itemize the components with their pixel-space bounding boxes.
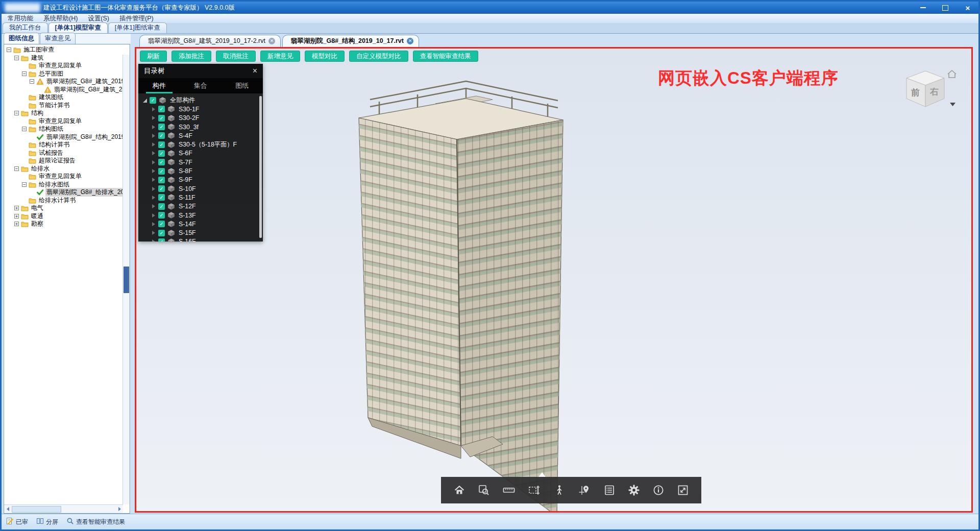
tree-item[interactable]: 翡翠湖别院_G8#_结构_2019_10_17.r	[5, 133, 122, 141]
triangle-right-icon[interactable]	[152, 239, 155, 242]
fullscreen-icon[interactable]	[677, 484, 689, 496]
triangle-right-icon[interactable]	[152, 160, 155, 164]
catalog-item[interactable]: ✓S-12F	[138, 202, 263, 211]
tab-close-icon[interactable]: ✕	[268, 38, 275, 44]
section-icon[interactable]	[528, 484, 541, 496]
catalog-item[interactable]: ✓S-16F	[138, 237, 263, 242]
catalog-item[interactable]: ✓S-6F	[138, 149, 263, 158]
catalog-item[interactable]: ✓S-7F	[138, 158, 263, 166]
tree-item[interactable]: 建筑图纸	[5, 93, 122, 102]
catalog-item[interactable]: ✓S-4F	[138, 131, 263, 140]
viewer-toolbar-button-2[interactable]: 取消批注	[216, 51, 256, 62]
expand-icon[interactable]: +	[14, 214, 19, 219]
tree-item[interactable]: 审查意见回复单	[5, 62, 122, 70]
tree-item[interactable]: 节能计算书	[5, 102, 122, 110]
catalog-item[interactable]: ✓S30-5（5-18平面）F	[138, 140, 263, 149]
workspace-tab-1[interactable]: [单体1]模型审查	[48, 22, 108, 33]
maximize-button[interactable]	[938, 3, 953, 12]
status-item-2[interactable]: 查看智能审查结果	[66, 517, 125, 526]
catalog-item[interactable]: ✓S-13F	[138, 211, 263, 220]
tree-item[interactable]: −结构	[5, 109, 122, 117]
navigation-cube[interactable]: 前 右	[894, 67, 960, 112]
tree-vertical-scrollbar[interactable]	[122, 55, 130, 504]
workspace-tab-0[interactable]: 我的工作台	[3, 22, 48, 33]
triangle-right-icon[interactable]	[152, 125, 155, 129]
tree-item[interactable]: !翡翠湖别院_G8#_建筑_2019_10_1	[5, 86, 122, 94]
minimize-button[interactable]	[915, 3, 930, 12]
tree-item[interactable]: −总平面图	[5, 70, 122, 78]
checkbox-checked[interactable]: ✓	[158, 238, 165, 242]
tree-item[interactable]: 给排水计算书	[5, 197, 122, 205]
tree-item[interactable]: 翡翠湖别院_G8#_给排水_2019_10_17	[5, 188, 122, 197]
checkbox-checked[interactable]: ✓	[158, 141, 165, 148]
catalog-item[interactable]: ✓S-8F	[138, 166, 263, 175]
triangle-right-icon[interactable]	[152, 134, 155, 138]
collapse-icon[interactable]: −	[22, 71, 27, 76]
catalog-item[interactable]: ✓S-11F	[138, 193, 263, 202]
building-3d-model[interactable]	[308, 68, 583, 513]
viewer-toolbar-button-5[interactable]: 自定义模型对比	[349, 51, 408, 62]
settings-icon[interactable]	[628, 484, 640, 496]
catalog-item[interactable]: ✓S30_3f	[138, 123, 263, 131]
triangle-right-icon[interactable]	[152, 142, 155, 147]
document-tab-0[interactable]: 翡翠湖别院_G8#_建筑_2019_10_17-2.rvt✕	[139, 35, 281, 47]
walk-icon[interactable]	[553, 484, 566, 496]
checkbox-checked[interactable]: ✓	[158, 177, 165, 183]
tree-item[interactable]: 超限论证报告	[5, 157, 122, 165]
catalog-tab-2[interactable]: 图纸	[222, 78, 263, 93]
catalog-scrollbar[interactable]	[259, 96, 262, 238]
catalog-item[interactable]: ✓S30-1F	[138, 105, 263, 113]
tree-hscroll-thumb[interactable]	[12, 506, 61, 513]
tree-item[interactable]: −结构图纸	[5, 125, 122, 133]
checkbox-checked[interactable]: ✓	[158, 124, 165, 130]
triangle-down-icon[interactable]	[143, 99, 147, 103]
measure-icon[interactable]	[502, 484, 516, 496]
viewer-toolbar-button-0[interactable]: 刷新	[140, 51, 167, 62]
expand-icon[interactable]: +	[14, 206, 19, 210]
tree-item[interactable]: 结构计算书	[5, 141, 122, 149]
viewer-toolbar-button-6[interactable]: 查看智能审查结果	[413, 51, 478, 62]
checkbox-checked[interactable]: ✓	[158, 106, 165, 112]
status-item-0[interactable]: 已审	[6, 517, 28, 526]
tree-item[interactable]: +电气	[5, 204, 122, 212]
tree-item[interactable]: −给排水	[5, 165, 122, 173]
minimap-icon[interactable]	[578, 484, 591, 496]
tree-item[interactable]: −!翡翠湖别院_G8#_建筑_2019_10_17.r	[5, 78, 122, 86]
tree-item[interactable]: 审查意见回复单	[5, 173, 122, 181]
checkbox-checked[interactable]: ✓	[158, 150, 165, 157]
triangle-right-icon[interactable]	[152, 151, 155, 155]
scroll-right-arrow[interactable]	[116, 505, 123, 513]
tab-close-icon[interactable]: ✕	[407, 38, 413, 44]
info-icon[interactable]	[652, 484, 665, 496]
triangle-right-icon[interactable]	[152, 107, 155, 111]
tree-vscroll-thumb[interactable]	[124, 267, 129, 293]
collapse-icon[interactable]: −	[14, 111, 19, 115]
collapse-icon[interactable]: −	[14, 166, 19, 171]
left-panel-tab-0[interactable]: 图纸信息	[4, 33, 39, 44]
tree-item[interactable]: 试桩报告	[5, 149, 122, 157]
triangle-right-icon[interactable]	[152, 222, 155, 226]
document-tab-1[interactable]: 翡翠湖别院_G8#_结构_2019_10_17.rvt✕	[282, 35, 419, 47]
workspace-tab-2[interactable]: [单体1]图纸审查	[108, 22, 167, 33]
collapse-icon[interactable]: −	[30, 79, 34, 84]
list-icon[interactable]	[603, 484, 616, 496]
viewer-toolbar-button-3[interactable]: 新增意见	[260, 51, 300, 62]
tree-item[interactable]: 审查意见回复单	[5, 117, 122, 126]
tree-item[interactable]: −给排水图纸	[5, 181, 122, 189]
checkbox-checked[interactable]: ✓	[158, 132, 165, 139]
tree-item[interactable]: −施工图审查	[5, 46, 122, 54]
checkbox-checked[interactable]: ✓	[158, 221, 165, 227]
tree-item[interactable]: −建筑	[5, 54, 122, 62]
tree-horizontal-scrollbar[interactable]	[4, 504, 123, 513]
collapse-icon[interactable]: −	[7, 47, 11, 52]
triangle-right-icon[interactable]	[152, 213, 155, 218]
collapse-icon[interactable]: −	[22, 182, 27, 187]
triangle-right-icon[interactable]	[152, 231, 155, 235]
catalog-item[interactable]: ✓S30-2F	[138, 114, 263, 123]
cube-right-label[interactable]: 右	[929, 87, 939, 96]
catalog-root-item[interactable]: ✓全部构件	[138, 96, 263, 105]
cube-front-label[interactable]: 前	[911, 88, 920, 98]
catalog-tab-1[interactable]: 集合	[180, 78, 221, 93]
checkbox-checked[interactable]: ✓	[158, 212, 165, 219]
triangle-right-icon[interactable]	[152, 196, 155, 200]
